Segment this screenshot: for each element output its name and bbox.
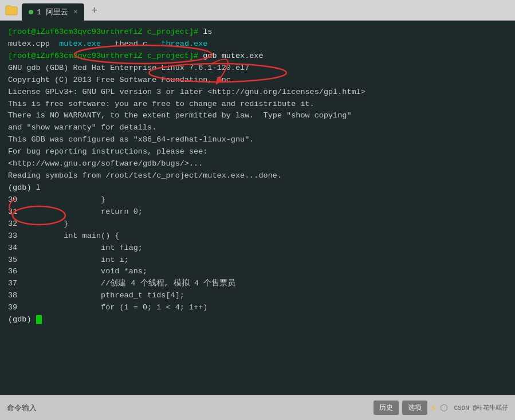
- options-button[interactable]: 选项: [402, 401, 427, 415]
- terminal-line: mutex.cpp mutex.exe thead.c thread.exe: [8, 38, 507, 50]
- terminal-line: and "show warranty" for details.: [8, 122, 507, 134]
- bottom-bar: 命令输入 历史 选项 ⚡ ⬡ CSDN @桂花牛糕仔: [0, 395, 515, 420]
- terminal-tab[interactable]: 1 阿里云 ×: [22, 3, 84, 21]
- terminal-line: There is NO WARRANTY, to the extent perm…: [8, 110, 507, 122]
- bottom-right-controls: 历史 选项 ⚡ ⬡ CSDN @桂花牛糕仔: [374, 401, 508, 415]
- watermark: CSDN @桂花牛糕仔: [454, 403, 508, 412]
- share-icon[interactable]: ⬡: [440, 402, 448, 414]
- tab-close-button[interactable]: ×: [74, 9, 78, 15]
- terminal-line: [root@iZuf63cm3qvc93urthrefiZ c_project]…: [8, 50, 507, 62]
- new-tab-button[interactable]: +: [88, 5, 101, 15]
- terminal-line: [root@iZuf63cm3qvc93urthrefiZ c_project]…: [8, 26, 507, 38]
- terminal-line: 38 pthread_t tids[4];: [8, 290, 507, 302]
- terminal-line: 35 int i;: [8, 254, 507, 266]
- terminal-line: For bug reporting instructions, please s…: [8, 146, 507, 158]
- terminal-line: 37 //创建 4 个线程, 模拟 4 个售票员: [8, 278, 507, 290]
- terminal-line: (gdb) l: [8, 182, 507, 194]
- terminal-line: 39 for (i = 0; i < 4; i++): [8, 302, 507, 314]
- folder-icon[interactable]: [5, 3, 18, 17]
- terminal-line: 34 int flag;: [8, 242, 507, 254]
- terminal-line: <http://www.gnu.org/software/gdb/bugs/>.…: [8, 158, 507, 170]
- terminal-line: This is free software: you are free to c…: [8, 99, 507, 111]
- terminal-line: GNU gdb (GDB) Red Hat Enterprise Linux 7…: [8, 62, 507, 74]
- tab-status-dot: [29, 10, 33, 14]
- terminal-line: 31 return 0;: [8, 206, 507, 218]
- tab-label: 1 阿里云: [37, 7, 68, 17]
- terminal-line: License GPLv3+: GNU GPL version 3 or lat…: [8, 87, 507, 99]
- terminal-line: Copyright (C) 2013 Free Software Foundat…: [8, 74, 507, 87]
- terminal-line: (gdb): [8, 314, 507, 326]
- terminal-line: This GDB was configured as "x86_64-redha…: [8, 134, 507, 146]
- lightning-icon[interactable]: ⚡: [431, 402, 437, 414]
- terminal-area[interactable]: [root@iZuf63cm3qvc93urthrefiZ c_project]…: [0, 21, 515, 395]
- terminal-line: 33 int main() {: [8, 230, 507, 242]
- history-button[interactable]: 历史: [374, 401, 399, 415]
- terminal-line: 36 void *ans;: [8, 266, 507, 278]
- cmd-input-label: 命令输入: [7, 403, 37, 413]
- terminal-line: 32 }: [8, 218, 507, 230]
- title-bar: 1 阿里云 × +: [0, 0, 515, 21]
- terminal-line: 30 }: [8, 194, 507, 206]
- terminal-line: Reading symbols from /root/test/c_projec…: [8, 170, 507, 182]
